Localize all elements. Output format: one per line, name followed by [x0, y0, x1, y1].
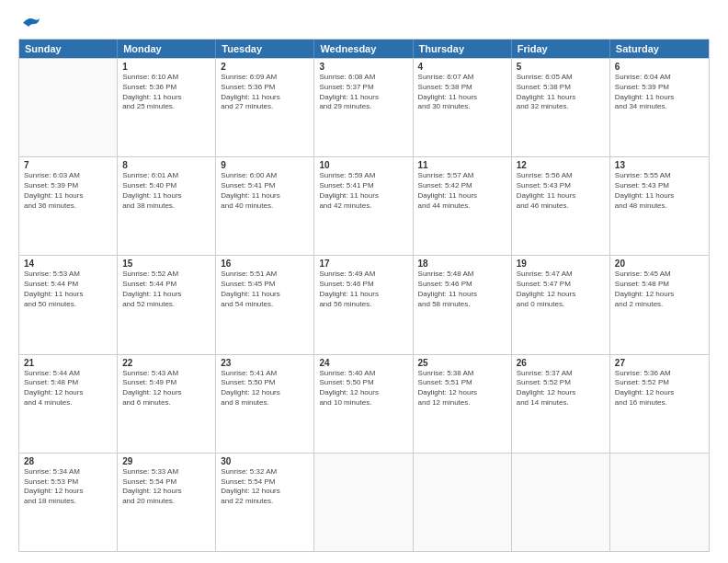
- cell-info-line: and 42 minutes.: [319, 201, 407, 212]
- cell-info-line: Sunset: 5:49 PM: [122, 378, 210, 388]
- cell-info-line: Daylight: 12 hours: [221, 388, 309, 398]
- day-number: 21: [24, 358, 112, 368]
- cell-info-line: Daylight: 11 hours: [517, 191, 605, 201]
- cell-info-line: Sunset: 5:36 PM: [221, 83, 309, 93]
- day-number: 26: [517, 358, 605, 368]
- day-cell-15: 15Sunrise: 5:52 AMSunset: 5:44 PMDayligh…: [118, 256, 216, 353]
- day-cell-2: 2Sunrise: 6:09 AMSunset: 5:36 PMDaylight…: [216, 59, 314, 156]
- cell-info-line: Daylight: 11 hours: [615, 191, 704, 201]
- day-cell-17: 17Sunrise: 5:49 AMSunset: 5:46 PMDayligh…: [314, 256, 413, 353]
- cell-info-line: Daylight: 11 hours: [418, 191, 506, 201]
- cell-info-line: and 14 minutes.: [517, 398, 605, 408]
- cell-info-line: Daylight: 11 hours: [418, 93, 506, 103]
- day-cell-12: 12Sunrise: 5:56 AMSunset: 5:43 PMDayligh…: [512, 157, 610, 255]
- day-number: 15: [122, 259, 210, 269]
- header-day-tuesday: Tuesday: [216, 40, 314, 58]
- day-cell-8: 8Sunrise: 6:01 AMSunset: 5:40 PMDaylight…: [118, 157, 216, 255]
- cell-info-line: Daylight: 11 hours: [122, 93, 210, 103]
- day-cell-10: 10Sunrise: 5:59 AMSunset: 5:41 PMDayligh…: [314, 157, 413, 255]
- cell-info-line: and 27 minutes.: [221, 102, 309, 112]
- day-cell-19: 19Sunrise: 5:47 AMSunset: 5:47 PMDayligh…: [512, 256, 610, 353]
- cell-info-line: Sunset: 5:50 PM: [319, 378, 407, 388]
- cell-info-line: Sunrise: 5:48 AM: [418, 270, 506, 280]
- day-number: 14: [24, 259, 112, 269]
- cell-info-line: and 25 minutes.: [122, 102, 210, 112]
- day-cell-3: 3Sunrise: 6:08 AMSunset: 5:37 PMDaylight…: [314, 59, 413, 156]
- cell-info-line: and 40 minutes.: [221, 201, 309, 212]
- day-number: 30: [221, 456, 309, 466]
- cell-info-line: Sunrise: 5:59 AM: [319, 171, 407, 181]
- day-number: 22: [122, 358, 210, 368]
- cell-info-line: Sunset: 5:37 PM: [319, 83, 407, 93]
- cell-info-line: Sunrise: 5:52 AM: [122, 270, 210, 280]
- cell-info-line: and 6 minutes.: [122, 398, 210, 408]
- day-number: 9: [221, 160, 309, 170]
- cell-info-line: and 38 minutes.: [122, 201, 210, 212]
- day-cell-7: 7Sunrise: 6:03 AMSunset: 5:39 PMDaylight…: [19, 157, 118, 255]
- day-cell-23: 23Sunrise: 5:41 AMSunset: 5:50 PMDayligh…: [216, 355, 314, 453]
- day-number: 2: [221, 62, 309, 72]
- cell-info-line: Sunset: 5:42 PM: [418, 181, 506, 191]
- cell-info-line: Sunset: 5:50 PM: [221, 378, 309, 388]
- day-number: 13: [615, 160, 704, 170]
- day-number: 17: [319, 259, 407, 269]
- day-number: 27: [615, 358, 704, 368]
- cell-info-line: and 30 minutes.: [418, 102, 506, 112]
- day-number: 11: [418, 160, 506, 170]
- day-cell-29: 29Sunrise: 5:33 AMSunset: 5:54 PMDayligh…: [118, 454, 216, 551]
- cell-info-line: Sunrise: 5:32 AM: [221, 467, 309, 477]
- page: SundayMondayTuesdayWednesdayThursdayFrid…: [0, 0, 728, 563]
- cell-info-line: Sunrise: 5:44 AM: [24, 369, 112, 379]
- header-day-saturday: Saturday: [610, 40, 709, 58]
- calendar-row-4: 21Sunrise: 5:44 AMSunset: 5:48 PMDayligh…: [19, 354, 709, 453]
- day-cell-9: 9Sunrise: 6:00 AMSunset: 5:41 PMDaylight…: [216, 157, 314, 255]
- header-day-thursday: Thursday: [414, 40, 512, 58]
- cell-info-line: Sunset: 5:52 PM: [615, 378, 704, 388]
- cell-info-line: Daylight: 12 hours: [615, 388, 704, 398]
- cell-info-line: Sunset: 5:48 PM: [615, 280, 704, 290]
- calendar: SundayMondayTuesdayWednesdayThursdayFrid…: [18, 39, 710, 552]
- cell-info-line: Daylight: 11 hours: [319, 290, 407, 300]
- cell-info-line: Sunrise: 6:04 AM: [615, 73, 704, 83]
- cell-info-line: and 34 minutes.: [615, 102, 704, 112]
- day-cell-20: 20Sunrise: 5:45 AMSunset: 5:48 PMDayligh…: [610, 256, 709, 353]
- day-number: 7: [24, 160, 112, 170]
- header-day-wednesday: Wednesday: [314, 40, 413, 58]
- day-number: 10: [319, 160, 407, 170]
- cell-info-line: Sunset: 5:54 PM: [122, 477, 210, 488]
- cell-info-line: Sunset: 5:41 PM: [319, 181, 407, 191]
- cell-info-line: and 46 minutes.: [517, 201, 605, 212]
- cell-info-line: and 54 minutes.: [221, 300, 309, 310]
- cell-info-line: Sunrise: 5:45 AM: [615, 270, 704, 280]
- header-day-friday: Friday: [512, 40, 610, 58]
- cell-info-line: and 12 minutes.: [418, 398, 506, 408]
- cell-info-line: Sunrise: 6:00 AM: [221, 171, 309, 181]
- cell-info-line: Daylight: 12 hours: [319, 388, 407, 398]
- cell-info-line: Sunrise: 5:41 AM: [221, 369, 309, 379]
- cell-info-line: Sunset: 5:41 PM: [221, 181, 309, 191]
- cell-info-line: Sunrise: 5:33 AM: [122, 467, 210, 477]
- header: [18, 15, 710, 31]
- cell-info-line: and 18 minutes.: [24, 497, 112, 507]
- cell-info-line: Sunset: 5:38 PM: [418, 83, 506, 93]
- calendar-row-2: 7Sunrise: 6:03 AMSunset: 5:39 PMDaylight…: [19, 156, 709, 255]
- cell-info-line: and 50 minutes.: [24, 300, 112, 310]
- cell-info-line: Sunrise: 5:51 AM: [221, 270, 309, 280]
- day-cell-18: 18Sunrise: 5:48 AMSunset: 5:46 PMDayligh…: [414, 256, 512, 353]
- cell-info-line: Daylight: 12 hours: [221, 487, 309, 497]
- cell-info-line: Sunset: 5:44 PM: [24, 280, 112, 290]
- cell-info-line: Sunrise: 5:55 AM: [615, 171, 704, 181]
- cell-info-line: Daylight: 11 hours: [122, 290, 210, 300]
- day-number: 8: [122, 160, 210, 170]
- cell-info-line: Sunrise: 6:10 AM: [122, 73, 210, 83]
- cell-info-line: Daylight: 12 hours: [24, 388, 112, 398]
- cell-info-line: Sunrise: 5:47 AM: [517, 270, 605, 280]
- day-cell-11: 11Sunrise: 5:57 AMSunset: 5:42 PMDayligh…: [414, 157, 512, 255]
- empty-cell-r4c3: [314, 454, 413, 551]
- day-cell-1: 1Sunrise: 6:10 AMSunset: 5:36 PMDaylight…: [118, 59, 216, 156]
- day-number: 6: [615, 62, 704, 72]
- cell-info-line: Daylight: 11 hours: [615, 93, 704, 103]
- day-cell-6: 6Sunrise: 6:04 AMSunset: 5:39 PMDaylight…: [610, 59, 709, 156]
- cell-info-line: Sunset: 5:51 PM: [418, 378, 506, 388]
- day-number: 16: [221, 259, 309, 269]
